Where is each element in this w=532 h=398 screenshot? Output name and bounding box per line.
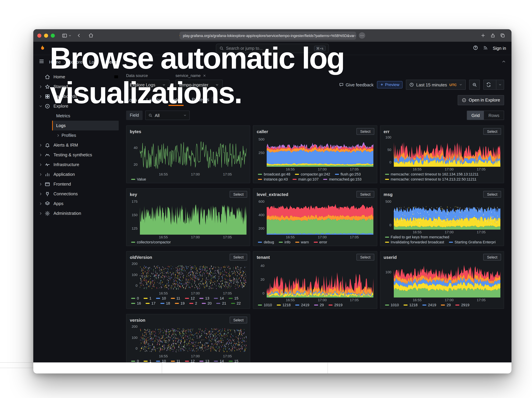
- extensions-more-button[interactable]: ⋯: [359, 32, 365, 39]
- breadcrumb-item-fields[interactable]: Fields: [106, 59, 117, 64]
- legend-item[interactable]: 29: [314, 303, 324, 307]
- legend-item[interactable]: 14: [214, 296, 224, 300]
- legend-item[interactable]: 1218: [277, 303, 291, 307]
- sign-in-link[interactable]: Sign in: [493, 46, 506, 51]
- legend-item[interactable]: debug: [258, 240, 274, 244]
- mega-menu-button[interactable]: [39, 58, 44, 65]
- back-button[interactable]: [76, 33, 81, 38]
- legend-item[interactable]: 29: [441, 303, 451, 307]
- sidebar-item-home[interactable]: Home: [39, 72, 119, 82]
- sidebar-item-administration[interactable]: Administration: [39, 208, 119, 218]
- chev-r-icon[interactable]: [39, 94, 43, 98]
- legend-item[interactable]: memcached.go:153: [323, 177, 361, 181]
- legend-item[interactable]: 11: [171, 296, 180, 300]
- chev-r-icon[interactable]: [39, 211, 43, 215]
- legend-item[interactable]: 2419: [422, 303, 436, 307]
- minimize-window-button[interactable]: [44, 33, 48, 37]
- chev-r-icon[interactable]: [39, 143, 43, 147]
- help-button[interactable]: [473, 45, 478, 51]
- legend-item[interactable]: Failed to get keys from memcached: [385, 235, 449, 239]
- service-name-picker[interactable]: tempo-ingester: [176, 80, 222, 90]
- tab-fields[interactable]: Fields: [169, 95, 183, 106]
- chev-r-icon[interactable]: [39, 153, 43, 157]
- legend-item[interactable]: 15: [228, 296, 238, 300]
- legend-item[interactable]: memcache: connect timeout to 174.213.22.…: [385, 177, 476, 181]
- legend-item[interactable]: 17: [146, 301, 156, 305]
- share-button[interactable]: [490, 33, 495, 38]
- chev-r-icon[interactable]: [39, 172, 43, 176]
- give-feedback-link[interactable]: Give feedback: [339, 82, 374, 87]
- legend-item[interactable]: 20: [202, 301, 212, 305]
- refresh-interval-button[interactable]: [496, 80, 504, 89]
- legend-item[interactable]: Value: [131, 177, 146, 181]
- grid-view-button[interactable]: Grid: [467, 111, 484, 120]
- sidebar-item-frontend[interactable]: Frontend: [39, 179, 119, 189]
- legend-item[interactable]: 22: [231, 301, 241, 305]
- legend-item[interactable]: 2419: [295, 303, 309, 307]
- sidebar-item-connections[interactable]: Connections: [39, 189, 119, 199]
- tab-patterns[interactable]: Patterns8: [191, 94, 219, 106]
- global-search[interactable]: Search or jump to... ⌘+k: [216, 44, 329, 53]
- sidebar-item-application[interactable]: Application: [39, 169, 119, 179]
- sidebar-item-alerts-irm[interactable]: Alerts & IRM: [39, 140, 119, 150]
- select-button[interactable]: Select: [230, 191, 247, 198]
- legend-item[interactable]: 1218: [404, 303, 418, 307]
- sidebar-item-metrics[interactable]: Metrics: [52, 111, 119, 121]
- legend-item[interactable]: 23: [131, 306, 141, 307]
- home-button[interactable]: [89, 33, 94, 38]
- chev-r-icon[interactable]: [39, 162, 43, 167]
- zoom-window-button[interactable]: [51, 33, 55, 37]
- data-source-picker[interactable]: Explore Logs: [126, 80, 170, 90]
- select-button[interactable]: Select: [483, 191, 501, 198]
- legend-item[interactable]: 10: [156, 296, 166, 300]
- chev-d-icon[interactable]: [39, 104, 43, 108]
- sidebar-item-testing-synthetics[interactable]: Testing & synthetics: [39, 150, 119, 160]
- dock-icon[interactable]: [114, 74, 119, 79]
- legend-item[interactable]: 16: [131, 301, 141, 305]
- zoom-out-time-button[interactable]: [469, 80, 480, 90]
- legend-item[interactable]: 2919: [329, 303, 342, 307]
- legend-item[interactable]: 2: [189, 301, 197, 305]
- legend-item[interactable]: flush.go:253: [335, 172, 361, 176]
- address-bar[interactable]: play.grafana.org/a/grafana-lokiexplore-a…: [180, 31, 356, 39]
- legend-item[interactable]: 2919: [456, 303, 469, 307]
- legend-item[interactable]: info: [279, 240, 291, 244]
- tab-overview-button[interactable]: [500, 33, 505, 38]
- legend-item[interactable]: Starting Grafana Enterpri: [449, 240, 496, 244]
- breadcrumb-item-logs[interactable]: Logs: [89, 59, 99, 64]
- legend-item[interactable]: 0: [131, 296, 139, 300]
- select-button[interactable]: Select: [483, 128, 501, 135]
- toggle-sidebar-button[interactable]: [62, 33, 67, 38]
- legend-item[interactable]: collectors/compactor: [131, 240, 171, 244]
- open-in-explore-button[interactable]: Open in Explore: [458, 95, 504, 105]
- rows-view-button[interactable]: Rows: [484, 111, 504, 120]
- close-window-button[interactable]: [37, 33, 41, 37]
- legend-item[interactable]: main.go:107: [292, 177, 319, 181]
- legend-item[interactable]: 12: [185, 296, 195, 300]
- select-button[interactable]: Select: [230, 317, 247, 323]
- sidebar-item-profiles[interactable]: Profiles: [52, 131, 119, 140]
- legend-item[interactable]: error: [314, 240, 327, 244]
- legend-item[interactable]: 1: [144, 296, 151, 300]
- legend-item[interactable]: warn: [295, 240, 309, 244]
- sidebar-chevron-icon[interactable]: [68, 34, 72, 37]
- chev-r-icon[interactable]: [39, 182, 43, 186]
- breadcrumb-item-home[interactable]: Home: [49, 59, 61, 64]
- legend-item[interactable]: 18: [160, 301, 170, 305]
- tab-logs[interactable]: Logs: [126, 95, 138, 106]
- tab-labels[interactable]: Labels: [146, 95, 161, 106]
- legend-item[interactable]: 21: [216, 301, 226, 305]
- chev-r-icon[interactable]: [39, 85, 43, 89]
- chev-r-icon[interactable]: [56, 133, 60, 137]
- legend-item[interactable]: 1010: [385, 303, 399, 307]
- remove-filter-icon[interactable]: [203, 74, 206, 77]
- legend-item[interactable]: 13: [199, 296, 209, 300]
- select-button[interactable]: Select: [356, 254, 374, 261]
- sidebar-item-apps[interactable]: Apps: [39, 199, 119, 208]
- select-button[interactable]: Select: [356, 128, 374, 135]
- breadcrumb-item-explore[interactable]: Explore: [68, 59, 82, 64]
- legend-item[interactable]: memcache: connect timeout to 162.134.158…: [385, 172, 479, 176]
- sidebar-item-starred[interactable]: Starred: [39, 82, 119, 91]
- legend-item[interactable]: broadcast.go:48: [258, 172, 290, 176]
- chev-r-icon[interactable]: [39, 192, 43, 196]
